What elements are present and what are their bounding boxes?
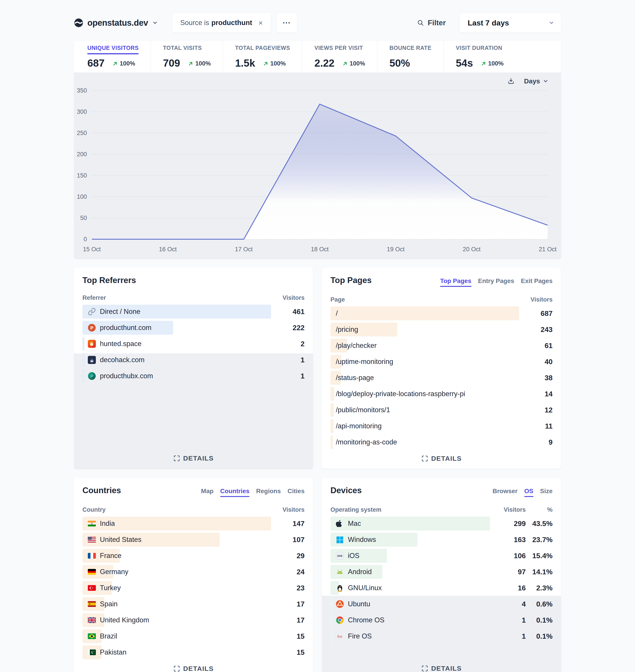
table-row[interactable]: /monitoring-as-code 9 — [330, 434, 552, 450]
details-button[interactable]: DETAILS — [330, 660, 552, 672]
row-percent: 43.5% — [526, 520, 552, 528]
panel-tab[interactable]: Browser — [492, 487, 518, 497]
table-row[interactable]: P producthunt.com 222 — [83, 320, 305, 336]
metric[interactable]: VISIT DURATION 54s 100% — [443, 41, 516, 72]
table-row[interactable]: Chrome OS 1 0.1% — [330, 612, 552, 628]
panel-tab[interactable]: OS — [524, 487, 533, 497]
table-row[interactable]: Brazil 15 — [83, 628, 305, 644]
panel-tabs: Top PagesEntry PagesExit Pages — [440, 277, 552, 287]
details-button[interactable]: DETAILS — [83, 660, 305, 672]
metric[interactable]: TOTAL VISITS 709 100% — [151, 41, 223, 72]
table-row[interactable]: /pricing 243 — [330, 321, 552, 338]
site-switcher[interactable]: openstatus.dev — [74, 18, 158, 28]
windows-icon — [336, 536, 344, 544]
more-filters-button[interactable]: ••• — [277, 13, 297, 33]
table-row[interactable]: Turkey 23 — [83, 580, 305, 596]
panel-title: Devices — [330, 486, 362, 495]
table-row[interactable]: Android 97 14.1% — [330, 564, 552, 580]
rows-list: Direct / None 461 P producthunt.com 222 … — [83, 303, 305, 384]
chevron-down-icon — [549, 20, 554, 26]
table-row[interactable]: Ubuntu 4 0.6% — [330, 596, 552, 612]
row-label: India — [100, 520, 115, 528]
table-row[interactable]: P producthubx.com 1 — [83, 368, 305, 384]
table-row[interactable]: hunted.space 2 — [83, 336, 305, 352]
table-row[interactable]: India 147 — [83, 516, 305, 532]
panel-title: Top Pages — [330, 276, 372, 285]
row-percent: 23.7% — [526, 536, 552, 544]
topbar: openstatus.dev Source is producthunt × •… — [74, 13, 561, 33]
table-row[interactable]: Windows 163 23.7% — [330, 532, 552, 548]
panel-tab[interactable]: Regions — [256, 487, 281, 497]
table-row[interactable]: decohack.com 1 — [83, 352, 305, 368]
column-header-visitors: Visitors — [282, 294, 305, 301]
row-label: Chrome OS — [348, 616, 385, 624]
panel-tab[interactable]: Map — [201, 487, 214, 497]
metric[interactable]: UNIQUE VISITORS 687 100% — [74, 41, 151, 72]
table-row[interactable]: Direct / None 461 — [83, 303, 305, 320]
table-row[interactable]: France 29 — [83, 548, 305, 564]
table-row[interactable]: United States 107 — [83, 532, 305, 548]
table-row[interactable]: fire Fire OS 1 0.1% — [330, 628, 552, 644]
row-label: /pricing — [336, 326, 358, 334]
panel-tab[interactable]: Countries — [220, 487, 249, 497]
panel-tab[interactable]: Top Pages — [440, 277, 472, 287]
producthunt-icon: P — [88, 324, 96, 332]
panel-tab[interactable]: Cities — [288, 487, 305, 497]
producthubx-icon: P — [88, 372, 96, 380]
remove-filter-icon[interactable]: × — [258, 19, 263, 27]
flag-france-icon — [88, 552, 96, 560]
metric[interactable]: BOUNCE RATE 50% — [377, 41, 443, 72]
metric-delta: 100% — [263, 60, 286, 67]
svg-text:fire: fire — [337, 635, 342, 638]
site-favicon-icon — [74, 18, 83, 27]
row-label: Android — [348, 568, 372, 576]
table-row[interactable]: Spain 17 — [83, 596, 305, 612]
row-visitors: 1 — [282, 356, 305, 364]
hunted-space-icon — [88, 340, 96, 348]
row-visitors: 222 — [282, 324, 305, 332]
row-visitors: 9 — [530, 438, 552, 446]
panel-tab[interactable]: Exit Pages — [521, 277, 552, 287]
chevron-down-icon — [152, 20, 158, 26]
details-button[interactable]: DETAILS — [83, 450, 305, 462]
table-row[interactable]: United Kingdom 17 — [83, 612, 305, 628]
table-row[interactable]: Pakistan 15 — [83, 644, 305, 660]
table-row[interactable]: /uptime-monitoring 40 — [330, 354, 552, 370]
row-visitors: 12 — [530, 406, 552, 414]
row-visitors: 24 — [282, 568, 305, 576]
table-row[interactable]: /api-monitoring 11 — [330, 418, 552, 434]
date-range-select[interactable]: Last 7 days — [460, 13, 561, 33]
panel-tab[interactable]: Size — [540, 487, 552, 497]
row-label: /uptime-monitoring — [336, 358, 393, 366]
table-row[interactable]: /status-page 38 — [330, 370, 552, 386]
table-row[interactable]: Mac 299 43.5% — [330, 516, 552, 532]
up-arrow-icon — [112, 61, 118, 67]
metric[interactable]: VIEWS PER VISIT 2.22 100% — [302, 41, 377, 72]
svg-text:200: 200 — [77, 151, 87, 158]
filter-chip[interactable]: Source is producthunt × — [172, 13, 271, 33]
table-row[interactable]: iOS iOS 106 15.4% — [330, 548, 552, 564]
table-row[interactable]: Germany 24 — [83, 564, 305, 580]
filter-search-button[interactable]: Filter — [417, 19, 446, 27]
row-label: United Kingdom — [100, 616, 149, 624]
column-headers: Operating system Visitors % — [330, 506, 552, 513]
table-row[interactable]: /public/monitors/1 12 — [330, 402, 552, 418]
table-row[interactable]: / 687 — [330, 306, 552, 321]
table-row[interactable]: /blog/deploy-private-locations-raspberry… — [330, 386, 552, 402]
panel-tab[interactable]: Entry Pages — [478, 277, 514, 287]
row-label: iOS — [348, 552, 359, 560]
download-icon[interactable] — [507, 78, 514, 85]
table-row[interactable]: /play/checker 61 — [330, 338, 552, 354]
svg-text:19 Oct: 19 Oct — [387, 246, 404, 253]
rows-list: India 147 United States 107 France 29 Ge… — [83, 516, 305, 660]
interval-select[interactable]: Days — [524, 77, 549, 85]
metric[interactable]: TOTAL PAGEVIEWS 1.5k 100% — [223, 41, 302, 72]
svg-text:18 Oct: 18 Oct — [311, 246, 329, 253]
column-header-label: Page — [330, 296, 345, 303]
svg-text:250: 250 — [77, 130, 87, 136]
metric-value: 687 — [87, 57, 105, 69]
row-label: Turkey — [100, 584, 121, 592]
table-row[interactable]: GNU/Linux 16 2.3% — [330, 580, 552, 596]
details-button[interactable]: DETAILS — [330, 450, 552, 462]
svg-text:P: P — [90, 374, 93, 379]
